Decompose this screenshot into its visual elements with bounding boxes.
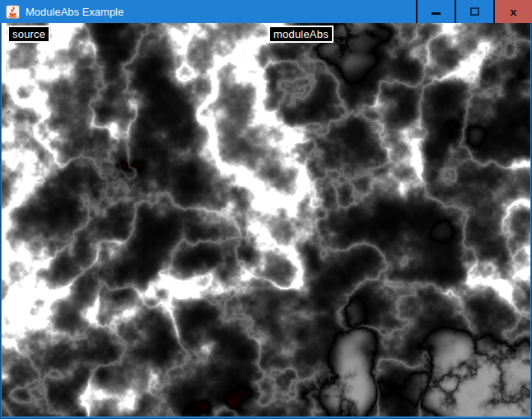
title-bar[interactable]: ModuleAbs Example x [0,0,532,23]
window-title: ModuleAbs Example [26,6,124,18]
maximize-icon [470,7,479,16]
minimize-icon [432,12,441,15]
minimize-button[interactable] [416,0,455,23]
render-area: source moduleAbs [2,23,530,417]
app-window: ModuleAbs Example x source moduleAbs [0,0,532,419]
close-icon: x [511,6,517,16]
source-panel-label-text: source [12,28,45,40]
moduleabs-panel-label: moduleAbs [268,26,334,43]
window-controls: x [416,0,532,23]
java-cup-icon [6,5,20,19]
noise-texture-canvas [2,23,530,417]
java-app-icon[interactable] [6,5,20,19]
maximize-button[interactable] [455,0,493,23]
source-panel-label: source [7,26,50,43]
moduleabs-panel-label-text: moduleAbs [273,28,329,40]
close-button[interactable]: x [493,0,532,23]
